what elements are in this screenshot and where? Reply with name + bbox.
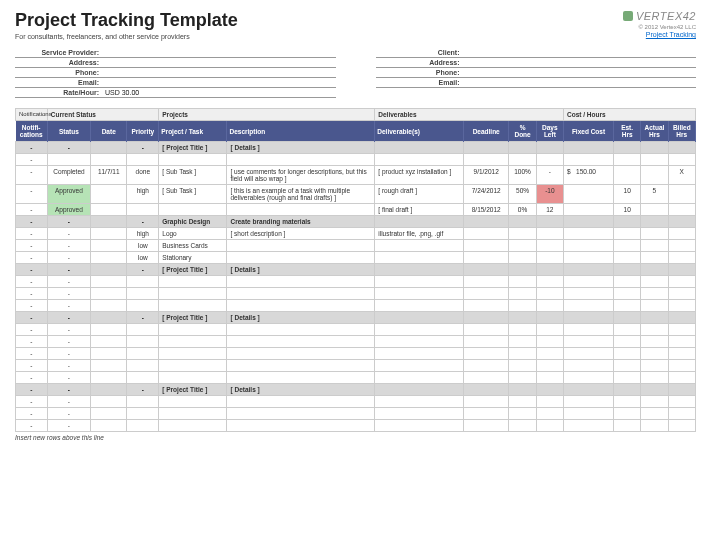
est-cell[interactable]: 10 [614,185,641,204]
cell[interactable] [227,324,375,336]
cell[interactable] [375,372,464,384]
cell[interactable] [563,396,613,408]
cell[interactable] [641,154,668,166]
cell[interactable] [668,312,695,324]
status-cell[interactable]: Approved [47,204,90,216]
cell[interactable] [227,396,375,408]
cell[interactable] [614,228,641,240]
project-title-cell[interactable]: [ Project Title ] [159,142,227,154]
priority-cell[interactable]: high [127,185,159,204]
cell[interactable] [91,396,127,408]
cell[interactable]: - [16,216,48,228]
cell[interactable] [159,420,227,432]
done-cell[interactable]: 50% [509,185,536,204]
cell[interactable]: - [16,264,48,276]
cell[interactable] [91,252,127,264]
cell[interactable]: - [47,276,90,288]
cell[interactable] [91,142,127,154]
cell[interactable] [536,216,563,228]
cell[interactable] [91,312,127,324]
cell[interactable] [668,384,695,396]
cell[interactable] [159,300,227,312]
priority-cell[interactable]: high [127,228,159,240]
cell[interactable] [536,276,563,288]
cell[interactable] [536,228,563,240]
cell[interactable] [375,300,464,312]
cell[interactable] [614,336,641,348]
cell[interactable] [641,142,668,154]
date-cell[interactable]: 11/7/11 [91,166,127,185]
cell[interactable] [668,396,695,408]
billed-cell[interactable]: X [668,166,695,185]
cell[interactable] [159,276,227,288]
client-email-value[interactable] [466,79,697,86]
cell[interactable] [509,312,536,324]
cell[interactable] [159,154,227,166]
cell[interactable]: - [16,142,48,154]
cell[interactable] [614,166,641,185]
cell[interactable] [463,360,508,372]
cell[interactable] [91,348,127,360]
cell[interactable] [641,166,668,185]
priority-cell[interactable]: low [127,240,159,252]
cell[interactable] [227,204,375,216]
priority-cell[interactable]: low [127,252,159,264]
task-cell[interactable]: Business Cards [159,240,227,252]
cell[interactable] [375,312,464,324]
cell[interactable] [127,420,159,432]
cell[interactable] [227,348,375,360]
deadline-cell[interactable]: 9/1/2012 [463,166,508,185]
cell[interactable] [614,372,641,384]
cell[interactable] [127,324,159,336]
cell[interactable] [614,408,641,420]
cell[interactable]: - [16,312,48,324]
cell[interactable] [91,216,127,228]
cell[interactable] [509,336,536,348]
cell[interactable] [509,372,536,384]
cell[interactable] [563,420,613,432]
cell[interactable]: - [16,360,48,372]
cell[interactable] [641,252,668,264]
deliverable-cell[interactable]: [ product xyz installation ] [375,166,464,185]
cell[interactable] [563,240,613,252]
cell[interactable] [509,216,536,228]
cell[interactable] [614,324,641,336]
cell[interactable] [375,348,464,360]
cell[interactable] [614,240,641,252]
cell[interactable] [91,228,127,240]
cell[interactable] [668,288,695,300]
cell[interactable] [91,408,127,420]
cell[interactable] [641,324,668,336]
priority-cell[interactable]: done [127,166,159,185]
desc-cell[interactable]: [ use comments for longer descriptions, … [227,166,375,185]
cell[interactable] [375,384,464,396]
task-cell[interactable]: [ Sub Task ] [159,166,227,185]
cell[interactable]: - [16,204,48,216]
cell[interactable]: - [47,420,90,432]
cell[interactable] [641,288,668,300]
cell[interactable]: - [127,312,159,324]
cell[interactable] [641,216,668,228]
cell[interactable] [509,142,536,154]
cell[interactable]: - [47,240,90,252]
cell[interactable] [127,336,159,348]
cell[interactable] [509,288,536,300]
cell[interactable]: - [16,300,48,312]
project-title-cell[interactable]: Graphic Design [159,216,227,228]
cell[interactable] [563,408,613,420]
cell[interactable] [463,396,508,408]
cell[interactable] [641,228,668,240]
cell[interactable] [375,264,464,276]
cell[interactable] [463,252,508,264]
cell[interactable] [641,276,668,288]
cell[interactable] [563,312,613,324]
cell[interactable] [668,408,695,420]
cell[interactable] [159,204,227,216]
cell[interactable] [91,324,127,336]
cell[interactable]: - [16,336,48,348]
cell[interactable] [159,324,227,336]
cell[interactable] [614,276,641,288]
deliverable-cell[interactable]: illustrator file, .png, .gif [375,228,464,240]
cell[interactable] [536,420,563,432]
cell[interactable] [563,185,613,204]
